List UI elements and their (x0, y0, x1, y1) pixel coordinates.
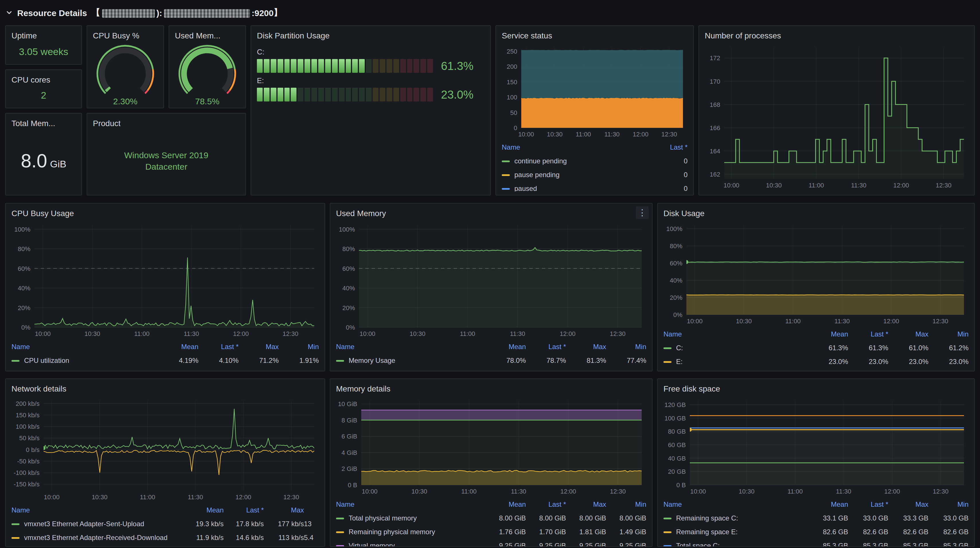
legend-row[interactable]: Total space C:85.3 GB85.3 GB85.3 GB85.3 … (663, 539, 969, 547)
service-status-chart[interactable]: 10:0010:3011:0011:3012:0012:300501001502… (502, 43, 687, 139)
legend-column-header[interactable]: Last * (199, 343, 239, 351)
legend-row[interactable]: paused0 (502, 182, 687, 191)
svg-text:11:00: 11:00 (576, 131, 591, 138)
panel-number-of-processes: Number of processes 10:0010:3011:0011:30… (698, 25, 975, 195)
legend-row[interactable]: Memory Usage78.0%78.7%81.3%77.4% (336, 354, 646, 367)
legend-column-header[interactable]: Min (928, 500, 969, 508)
legend-column-header[interactable]: Name (336, 343, 486, 351)
series-label[interactable]: E: (676, 358, 682, 366)
legend-column-header[interactable]: Min (606, 500, 646, 508)
bargauge-row[interactable]: 23.0% (257, 88, 485, 102)
legend-column-header[interactable]: Min (606, 343, 646, 351)
series-label[interactable]: CPU utilization (24, 357, 69, 365)
legend-column-header[interactable]: Max (566, 343, 606, 351)
legend-column-header[interactable]: Name (11, 506, 183, 514)
legend-column-header[interactable]: Mean (808, 330, 848, 338)
legend-value: 9.25 GiB (486, 542, 526, 547)
network-details-chart[interactable]: 10:0010:3011:0011:3012:0012:30200 kb/s15… (11, 396, 319, 502)
memory-details-chart[interactable]: 10:0010:3011:0011:3012:0012:300 B2 GiB4 … (336, 396, 646, 496)
series-label[interactable]: Remaining space E: (676, 528, 738, 536)
legend-column-header[interactable]: Mean (158, 343, 199, 351)
legend-column-header[interactable]: Last * (648, 143, 687, 151)
series-label[interactable]: vmxnet3 Ethernet Adapter-Sent-Upload (24, 520, 144, 528)
legend-row[interactable]: vmxnet3 Ethernet Adapter-Received-Downlo… (11, 531, 319, 545)
row-header[interactable]: Resource Details 【 ): :9200 】 (6, 5, 282, 21)
cpu-busy-usage-chart[interactable]: 10:0010:3011:0011:3012:0012:300%20%40%60… (11, 221, 319, 339)
legend-row[interactable]: Remaining space C:33.1 GB33.0 GB33.3 GB3… (663, 511, 969, 525)
legend-column-header[interactable]: Max (566, 500, 606, 508)
legend-row[interactable]: Remaining space E:82.6 GB82.6 GB82.6 GB8… (663, 525, 969, 539)
series-label[interactable]: pause pending (514, 171, 560, 179)
series-label[interactable]: Virtual memory (348, 542, 395, 547)
panel-title[interactable]: Total Mem... (11, 119, 55, 128)
panel-title[interactable]: Used Memory (336, 209, 386, 218)
legend-column-header[interactable]: Min (279, 343, 319, 351)
legend-column-header[interactable]: Last * (848, 330, 888, 338)
used-memory-chart[interactable]: 10:0010:3011:0011:3012:0012:300%20%40%60… (336, 221, 646, 339)
panel-menu-icon[interactable]: ⋮ (636, 206, 649, 219)
panel-title[interactable]: Free disk space (663, 384, 720, 393)
series-swatch-icon (336, 545, 344, 546)
disk-partition-bargauge: C:61.3%E:23.0% (257, 43, 485, 191)
legend-row[interactable]: Remaining physical memory1.76 GiB1.70 Gi… (336, 525, 646, 539)
legend-row[interactable]: CPU utilization4.19%4.10%71.2%1.91% (11, 354, 319, 367)
panel-title[interactable]: Disk Partition Usage (257, 31, 330, 40)
svg-text:20%: 20% (18, 304, 30, 311)
legend-column-header[interactable]: Max (888, 330, 928, 338)
legend-row[interactable]: Total physical memory8.00 GiB8.00 GiB8.0… (336, 511, 646, 525)
panel-title[interactable]: Product (93, 119, 121, 128)
panel-title[interactable]: Number of processes (705, 31, 781, 40)
legend-column-header[interactable]: Max (888, 500, 928, 508)
legend-column-header[interactable]: Name (502, 143, 648, 151)
legend-column-header[interactable]: Name (663, 330, 808, 338)
panel-title[interactable]: CPU cores (11, 75, 50, 84)
legend-row[interactable]: vmxnet3 Ethernet Adapter-Sent-Upload19.3… (11, 517, 319, 531)
series-label[interactable]: Remaining physical memory (348, 528, 435, 536)
legend-row[interactable]: E:23.0%23.0%23.0%23.0% (663, 355, 969, 369)
legend-column-header[interactable]: Last * (848, 500, 888, 508)
series-label[interactable]: Remaining space C: (676, 514, 738, 522)
legend-column-header[interactable]: Last * (526, 343, 566, 351)
legend-value: 85.3 GB (848, 542, 888, 547)
legend-column-header[interactable]: Mean (183, 506, 224, 514)
legend-row[interactable]: Virtual memory9.25 GiB9.25 GiB9.25 GiB9.… (336, 539, 646, 547)
series-label[interactable]: C: (676, 344, 683, 352)
svg-text:0 b/s: 0 b/s (26, 446, 40, 453)
panel-title[interactable]: Disk Usage (663, 209, 705, 218)
legend-row[interactable]: continue pending0 (502, 154, 687, 168)
legend-column-header[interactable]: Mean (808, 500, 848, 508)
disk-usage-chart[interactable]: 10:0010:3011:0011:3012:0012:300%20%40%60… (663, 221, 969, 326)
bargauge-row[interactable]: 61.3% (257, 59, 485, 73)
panel-title[interactable]: Service status (502, 31, 552, 40)
panel-title[interactable]: CPU Busy % (93, 31, 139, 40)
svg-text:0 B: 0 B (348, 481, 357, 489)
legend-column-header[interactable]: Last * (224, 506, 264, 514)
series-label[interactable]: Total physical memory (348, 514, 417, 522)
number-of-processes-chart[interactable]: 10:0010:3011:0011:3012:0012:301621641661… (705, 43, 969, 190)
series-label[interactable]: vmxnet3 Ethernet Adapter-Received-Downlo… (24, 534, 167, 542)
legend-column-header[interactable]: Name (11, 343, 158, 351)
series-label[interactable]: continue pending (514, 157, 567, 165)
legend-column-header[interactable]: Name (663, 500, 808, 508)
free-disk-space-chart[interactable]: 10:0010:3011:0011:3012:0012:300 B20 GB40… (663, 396, 969, 496)
legend-header: NameMeanLast *MaxMin (663, 327, 969, 341)
legend-value: 8.00 GiB (526, 514, 566, 522)
legend-column-header[interactable]: Max (239, 343, 279, 351)
legend-row[interactable]: pause pending0 (502, 168, 687, 182)
panel-title[interactable]: Uptime (11, 31, 37, 40)
panel-title[interactable]: Network details (11, 384, 66, 393)
legend-column-header[interactable]: Name (336, 500, 486, 508)
panel-title[interactable]: CPU Busy Usage (11, 209, 74, 218)
legend-value: 9.25 GiB (606, 542, 646, 547)
legend-column-header[interactable]: Last * (526, 500, 566, 508)
panel-title[interactable]: Memory details (336, 384, 390, 393)
series-label[interactable]: Total space C: (676, 542, 720, 547)
legend-column-header[interactable]: Mean (486, 500, 526, 508)
panel-title[interactable]: Used Mem... (175, 31, 221, 40)
legend-column-header[interactable]: Min (928, 330, 969, 338)
series-label[interactable]: Memory Usage (348, 357, 395, 365)
series-label[interactable]: paused (514, 184, 537, 191)
legend-column-header[interactable]: Max (264, 506, 304, 514)
legend-column-header[interactable]: Mean (486, 343, 526, 351)
legend-row[interactable]: C:61.3%61.3%61.0%61.2% (663, 341, 969, 355)
